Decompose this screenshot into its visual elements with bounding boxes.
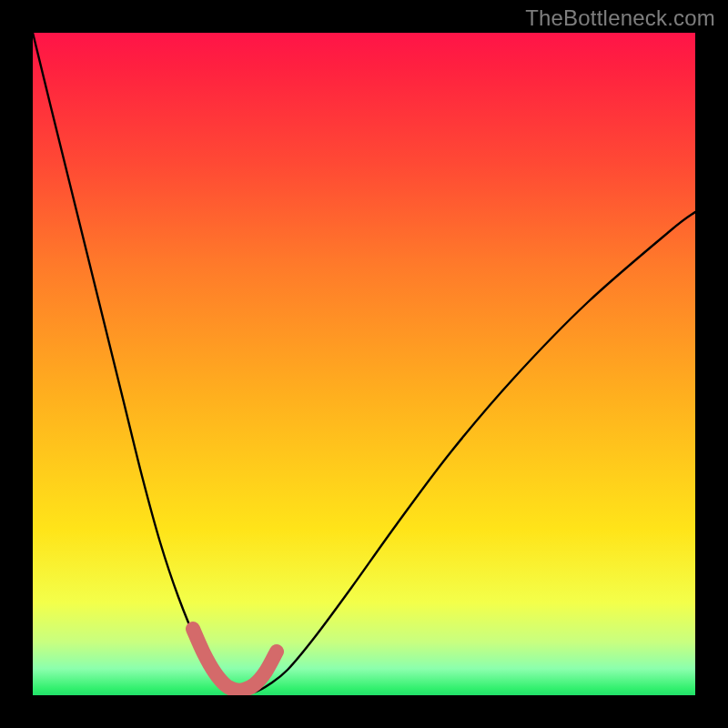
bottleneck-curve-highlight: [193, 629, 277, 691]
plot-area: [33, 33, 695, 695]
chart-frame: TheBottleneck.com: [0, 0, 728, 728]
watermark-text: TheBottleneck.com: [525, 5, 715, 31]
bottleneck-curve-svg: [33, 33, 695, 695]
bottleneck-curve: [33, 33, 695, 693]
